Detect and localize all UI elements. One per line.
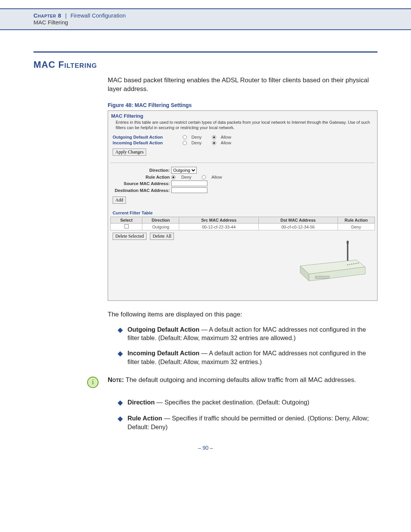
svg-point-7 (351, 264, 352, 265)
item-term: Incoming Default Action (127, 350, 199, 356)
dst-mac-input[interactable] (171, 187, 207, 193)
svg-point-1 (347, 241, 349, 244)
row-direction: Outgoing (142, 224, 179, 230)
rule-action-label: Rule Action (110, 175, 171, 179)
deny-label-2: Deny (191, 141, 202, 145)
diamond-bullet-icon: ◆ (118, 398, 123, 407)
apply-changes-button[interactable]: Apply Changes (113, 149, 146, 156)
diamond-bullet-icon: ◆ (118, 414, 123, 431)
lead-text: The following items are displayed on thi… (108, 311, 378, 318)
screenshot-panel: MAC Filtering Entries in this table are … (108, 110, 378, 301)
panel-title: MAC Filtering (111, 113, 375, 119)
panel-divider (110, 163, 375, 163)
outgoing-default-label: Outgoing Default Action (110, 135, 183, 139)
svg-point-6 (349, 264, 350, 265)
table-row: Outgoing 00-12-cf-22-33-44 00-cf-c0-12-3… (111, 224, 375, 230)
list-item: ◆ Incoming Default Action — A default ac… (108, 349, 378, 366)
incoming-default-label: Incoming Default Action (110, 141, 183, 145)
incoming-deny-radio[interactable] (183, 141, 187, 145)
section-rule (33, 51, 378, 53)
panel-description: Entries in this table are used to restri… (116, 120, 373, 131)
outgoing-default-row: Outgoing Default Action Deny Allow (110, 135, 375, 139)
diamond-bullet-icon: ◆ (118, 325, 123, 342)
incoming-default-row: Incoming Default Action Deny Allow (110, 141, 375, 145)
item-list-2: ◆ Direction — Specifies the packet desti… (108, 398, 378, 431)
svg-point-10 (358, 262, 359, 264)
col-select: Select (111, 217, 142, 224)
list-item: ◆ Rule Action — Specifies if traffic sho… (108, 414, 378, 431)
item-desc: — Specifies the packet destination. (Def… (155, 399, 309, 406)
col-src: Src MAC Address (179, 217, 258, 224)
rule-action-deny-radio[interactable] (171, 175, 175, 179)
router-image (292, 240, 372, 285)
svg-point-9 (355, 263, 357, 264)
list-item: ◆ Outgoing Default Action — A default ac… (108, 325, 378, 342)
filter-table-heading: Current Filter Table (113, 211, 375, 215)
chapter-section: Firewall Configuration (70, 12, 126, 19)
info-icon: i (87, 377, 99, 388)
list-item: ◆ Direction — Specifies the packet desti… (108, 398, 378, 407)
breadcrumb-separator: | (65, 12, 67, 19)
diamond-bullet-icon: ◆ (118, 349, 123, 366)
filter-table: Select Direction Src MAC Address Dst MAC… (110, 217, 375, 230)
row-action: Deny (338, 224, 374, 230)
svg-point-5 (347, 264, 348, 265)
col-action: Rule Action (338, 217, 374, 224)
src-mac-input[interactable] (171, 181, 207, 186)
direction-label: Direction: (110, 168, 171, 173)
col-direction: Direction (142, 217, 179, 224)
section-title: MAC Filtering (33, 59, 378, 70)
breadcrumb: Chapter 8 | Firewall Configuration MAC F… (33, 12, 411, 26)
item-term: Rule Action (127, 415, 162, 422)
page-header: Chapter 8 | Firewall Configuration MAC F… (0, 8, 411, 30)
allow-label: Allow (221, 135, 231, 139)
item-term: Direction (127, 399, 155, 406)
page-number: – 90 – (33, 445, 378, 451)
incoming-allow-radio[interactable] (212, 141, 216, 145)
delete-all-button[interactable]: Delete All (150, 233, 174, 240)
note-text: The default outgoing and incoming defaul… (124, 376, 356, 383)
svg-point-8 (354, 263, 355, 264)
row-src: 00-12-cf-22-33-44 (179, 224, 258, 230)
direction-select[interactable]: Outgoing (171, 167, 197, 174)
row-checkbox[interactable] (124, 224, 129, 228)
note-block: i Note: The default outgoing and incomin… (87, 376, 378, 388)
row-dst: 00-cf-c0-12-34-56 (258, 224, 338, 230)
col-dst: Dst MAC Address (258, 217, 338, 224)
outgoing-deny-radio[interactable] (183, 135, 187, 139)
chapter-label: Chapter 8 (33, 12, 61, 19)
dst-mac-label: Destination MAC Address: (110, 188, 171, 193)
figure-caption: Figure 48: MAC Filtering Settings (108, 102, 378, 108)
deny-label: Deny (191, 135, 202, 139)
add-button[interactable]: Add (113, 197, 126, 204)
intro-paragraph: MAC based packet filtering enables the A… (108, 76, 378, 94)
rule-action-allow-radio[interactable] (202, 175, 206, 179)
page-content: MAC Filtering MAC based packet filtering… (33, 30, 378, 451)
item-term: Outgoing Default Action (127, 326, 199, 333)
item-list-1: ◆ Outgoing Default Action — A default ac… (108, 325, 378, 366)
note-label: Note: (108, 376, 124, 383)
chapter-subsection: MAC Filtering (33, 19, 411, 26)
src-mac-label: Source MAC Address: (110, 181, 171, 186)
allow-label-2: Allow (221, 141, 231, 145)
rule-allow-label: Allow (212, 175, 222, 179)
item-desc: — Specifies if traffic should be permitt… (127, 415, 369, 430)
outgoing-allow-radio[interactable] (212, 135, 216, 139)
svg-rect-11 (315, 276, 330, 278)
rule-deny-label: Deny (181, 175, 191, 179)
delete-selected-button[interactable]: Delete Selected (113, 233, 147, 240)
